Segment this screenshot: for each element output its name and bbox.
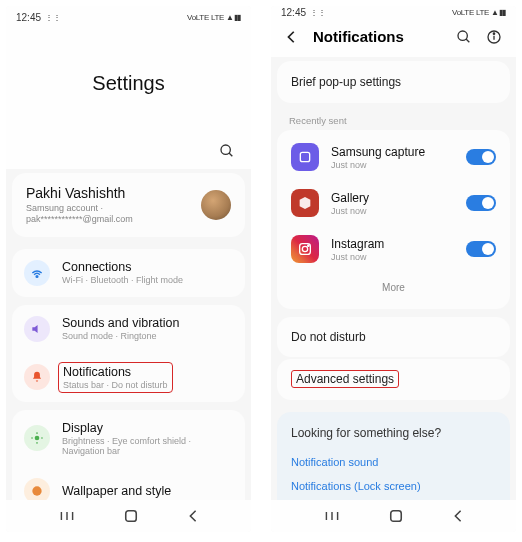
svg-point-3	[35, 436, 40, 441]
bell-icon	[24, 364, 50, 390]
app-time: Just now	[331, 160, 425, 170]
settings-group-2: Sounds and vibration Sound mode · Ringto…	[12, 305, 245, 402]
item-sub: Sound mode · Ringtone	[62, 331, 179, 341]
sun-icon	[24, 425, 50, 451]
settings-group-3: Display Brightness · Eye comfort shield …	[12, 410, 245, 515]
item-title: Wallpaper and style	[62, 484, 171, 498]
search-icon[interactable]	[456, 29, 472, 45]
back-button[interactable]	[452, 509, 464, 523]
search-icon[interactable]	[219, 143, 235, 159]
svg-point-0	[221, 145, 230, 154]
back-icon[interactable]	[285, 30, 299, 44]
brief-popup-settings[interactable]: Brief pop-up settings	[277, 61, 510, 103]
advanced-settings-row[interactable]: Advanced settings	[277, 359, 510, 400]
status-bar: 12:45⋮⋮ VoLTE LTE ▲▮▮	[271, 6, 516, 18]
nav-bar	[271, 500, 516, 532]
recent-apps-list: Samsung capture Just now Gallery Just no…	[277, 130, 510, 309]
item-sounds[interactable]: Sounds and vibration Sound mode · Ringto…	[12, 305, 245, 353]
page-title: Settings	[6, 28, 251, 137]
svg-line-14	[466, 39, 469, 42]
status-bar: 12:45⋮⋮ VoLTE LTE ▲▮▮	[6, 6, 251, 28]
item-sub: Brightness · Eye comfort shield · Naviga…	[62, 436, 233, 456]
account-card[interactable]: Pakhi Vashishth Samsung account · pak***…	[12, 173, 245, 237]
gallery-icon	[291, 189, 319, 217]
toggle-switch[interactable]	[466, 195, 496, 211]
toggle-switch[interactable]	[466, 241, 496, 257]
home-button[interactable]	[389, 509, 403, 523]
nav-bar	[6, 500, 251, 532]
app-gallery[interactable]: Gallery Just now	[277, 180, 510, 226]
item-sub: Wi-Fi · Bluetooth · Flight mode	[62, 275, 183, 285]
link-notifications-lock[interactable]: Notifications (Lock screen)	[291, 474, 496, 498]
svg-rect-12	[125, 511, 136, 522]
svg-point-17	[493, 33, 494, 34]
settings-group-1: Connections Wi-Fi · Bluetooth · Flight m…	[12, 249, 245, 297]
item-title: Notifications	[63, 365, 168, 379]
account-name: Pakhi Vashishth	[26, 185, 201, 201]
header: Notifications	[271, 18, 516, 57]
do-not-disturb[interactable]: Do not disturb	[277, 317, 510, 357]
svg-point-8	[32, 486, 41, 495]
app-time: Just now	[331, 206, 369, 216]
app-name: Samsung capture	[331, 145, 425, 159]
toggle-switch[interactable]	[466, 149, 496, 165]
item-sub: Status bar · Do not disturb	[63, 380, 168, 390]
svg-point-21	[308, 245, 309, 246]
recents-button[interactable]	[324, 509, 340, 523]
item-title: Display	[62, 421, 233, 435]
info-icon[interactable]	[486, 29, 502, 45]
item-title: Connections	[62, 260, 183, 274]
svg-rect-25	[390, 511, 401, 522]
settings-screen: 12:45⋮⋮ VoLTE LTE ▲▮▮ Settings Pakhi Vas…	[6, 6, 251, 532]
status-right: VoLTE LTE ▲▮▮	[452, 8, 506, 17]
svg-point-20	[302, 246, 307, 251]
link-notification-sound[interactable]: Notification sound	[291, 450, 496, 474]
recents-button[interactable]	[59, 509, 75, 523]
svg-point-13	[458, 31, 467, 40]
status-dots: ⋮⋮	[45, 13, 61, 22]
more-button[interactable]: More	[277, 272, 510, 305]
svg-point-2	[36, 275, 38, 277]
looking-title: Looking for something else?	[291, 426, 496, 440]
instagram-icon	[291, 235, 319, 263]
clock: 12:45	[281, 7, 306, 18]
svg-line-1	[229, 153, 232, 156]
header-title: Notifications	[313, 28, 442, 45]
home-button[interactable]	[124, 509, 138, 523]
avatar[interactable]	[201, 190, 231, 220]
recently-sent-label: Recently sent	[271, 107, 516, 130]
highlighted-notifications: Notifications Status bar · Do not distur…	[58, 362, 173, 393]
app-time: Just now	[331, 252, 384, 262]
account-sub: Samsung account · pak************@gmail.…	[26, 203, 201, 225]
samsung-capture-icon	[291, 143, 319, 171]
clock: 12:45	[16, 12, 41, 23]
app-samsung-capture[interactable]: Samsung capture Just now	[277, 134, 510, 180]
back-button[interactable]	[187, 509, 199, 523]
speaker-icon	[24, 316, 50, 342]
wifi-icon	[24, 260, 50, 286]
svg-rect-18	[300, 152, 309, 161]
item-notifications[interactable]: Notifications Status bar · Do not distur…	[12, 353, 245, 402]
advanced-settings-highlight: Advanced settings	[291, 370, 399, 388]
notifications-screen: 12:45⋮⋮ VoLTE LTE ▲▮▮ Notifications Brie…	[271, 6, 516, 532]
status-right: VoLTE LTE ▲▮▮	[187, 13, 241, 22]
status-dots: ⋮⋮	[310, 8, 326, 17]
app-name: Instagram	[331, 237, 384, 251]
item-title: Sounds and vibration	[62, 316, 179, 330]
item-connections[interactable]: Connections Wi-Fi · Bluetooth · Flight m…	[12, 249, 245, 297]
item-display[interactable]: Display Brightness · Eye comfort shield …	[12, 410, 245, 467]
app-instagram[interactable]: Instagram Just now	[277, 226, 510, 272]
app-name: Gallery	[331, 191, 369, 205]
